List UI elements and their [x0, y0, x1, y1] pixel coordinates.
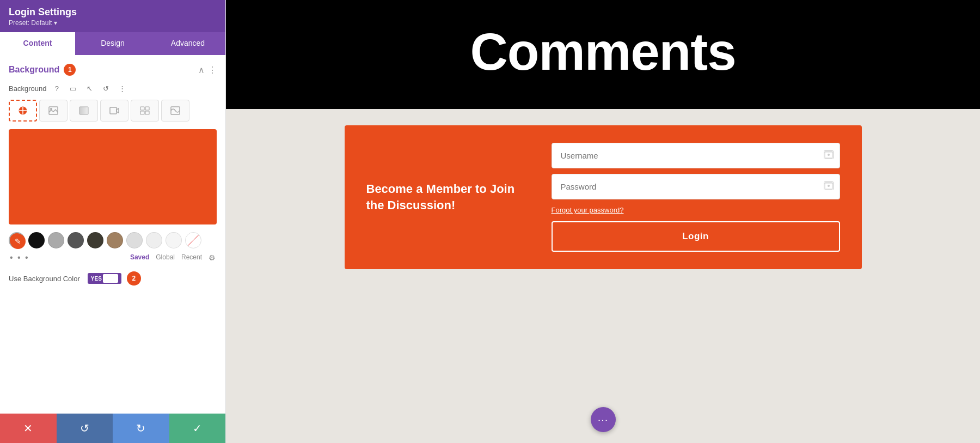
section-title-row: Background 1	[9, 64, 76, 76]
comments-hero: Comments	[226, 0, 980, 109]
cursor-icon[interactable]: ↖	[83, 82, 95, 94]
preset-chevron[interactable]: ▾	[54, 19, 57, 27]
redo-button[interactable]: ↻	[113, 414, 169, 443]
help-icon[interactable]: ?	[51, 82, 63, 94]
bg-type-video[interactable]	[100, 100, 128, 122]
more-icon[interactable]: ⋮	[116, 82, 128, 94]
eyedropper-icon: ✎	[10, 233, 26, 250]
section-badge: 1	[64, 64, 76, 76]
tab-advanced[interactable]: Advanced	[150, 32, 225, 55]
login-card: Become a Member to Join the Discussion! …	[345, 125, 862, 269]
swatches-tabs: Saved Global Recent ⚙	[130, 253, 216, 262]
bg-type-color[interactable]	[9, 100, 37, 122]
svg-rect-4	[110, 107, 117, 114]
use-bg-label: Use Background Color	[9, 275, 80, 283]
panel-footer: ✕ ↺ ↻ ✓	[0, 414, 225, 443]
username-row	[552, 143, 840, 168]
swatches-tab-global[interactable]: Global	[156, 253, 175, 262]
fab-button[interactable]: ···	[591, 407, 616, 432]
sub-label: Background	[9, 84, 46, 93]
left-panel: Login Settings Preset: Default ▾ Content…	[0, 0, 226, 443]
username-icon	[824, 150, 834, 161]
reset-icon[interactable]: ↺	[100, 82, 112, 94]
preset-label[interactable]: Preset: Default	[9, 19, 52, 27]
swatches-settings-icon[interactable]: ⚙	[209, 253, 216, 262]
swatch-white[interactable]	[166, 232, 182, 248]
sub-section-row: Background ? ▭ ↖ ↺ ⋮	[9, 82, 217, 94]
use-bg-badge: 2	[127, 271, 141, 286]
toggle-yes-text: YES	[91, 276, 102, 282]
swatch-gray-dark[interactable]	[68, 232, 84, 248]
bg-type-image[interactable]	[39, 100, 68, 122]
password-icon	[824, 181, 834, 192]
login-form: Forgot your password? Login	[552, 143, 840, 252]
swatch-active[interactable]: ✎	[9, 232, 25, 248]
save-button[interactable]: ✓	[169, 414, 226, 443]
cancel-button[interactable]: ✕	[0, 414, 57, 443]
color-preview[interactable]	[9, 129, 217, 224]
forgot-password-link[interactable]: Forgot your password?	[552, 206, 624, 214]
image-icon	[48, 106, 58, 115]
swatches-tab-recent[interactable]: Recent	[181, 253, 202, 262]
svg-rect-6	[145, 107, 149, 110]
right-panel: Comments Become a Member to Join the Dis…	[226, 0, 980, 443]
bg-type-mask[interactable]	[161, 100, 189, 122]
more-options-icon[interactable]: ⋮	[208, 65, 217, 75]
username-input[interactable]	[552, 143, 840, 168]
swatches-tab-saved[interactable]: Saved	[130, 253, 149, 262]
color-swatches-row: ✎	[9, 232, 217, 248]
password-row	[552, 174, 840, 199]
bg-type-pattern[interactable]	[131, 100, 159, 122]
section-title: Background	[9, 65, 59, 75]
comments-title: Comments	[470, 22, 736, 82]
password-input[interactable]	[552, 174, 840, 199]
swatch-dark-brown[interactable]	[87, 232, 103, 248]
panel-tabs: Content Design Advanced	[0, 32, 225, 55]
color-fill-icon	[18, 106, 28, 116]
bg-type-gradient[interactable]	[70, 100, 98, 122]
login-button[interactable]: Login	[552, 221, 840, 252]
toggle-box	[103, 274, 118, 283]
gradient-icon	[79, 106, 89, 115]
video-icon	[109, 106, 119, 115]
bg-type-row	[9, 100, 217, 122]
desktop-icon[interactable]: ▭	[67, 82, 79, 94]
collapse-icon[interactable]: ∧	[198, 65, 205, 75]
use-bg-color-row: Use Background Color YES 2	[9, 271, 217, 286]
pattern-icon	[140, 106, 150, 115]
section-actions: ∧ ⋮	[198, 65, 217, 75]
swatch-tan[interactable]	[107, 232, 123, 248]
swatches-meta: • • • Saved Global Recent ⚙	[9, 253, 217, 263]
login-tagline: Become a Member to Join the Discussion!	[366, 181, 519, 213]
use-bg-toggle[interactable]: YES	[88, 273, 121, 284]
swatch-gray-light[interactable]	[48, 232, 64, 248]
svg-rect-5	[140, 107, 144, 110]
tab-design[interactable]: Design	[75, 32, 150, 55]
forgot-password-row: Forgot your password?	[552, 205, 840, 215]
svg-text:✎: ✎	[15, 237, 21, 246]
svg-point-14	[828, 154, 830, 156]
swatch-black[interactable]	[28, 232, 45, 248]
login-section: Become a Member to Join the Discussion! …	[226, 109, 980, 443]
swatch-light1[interactable]	[126, 232, 143, 248]
svg-point-17	[828, 185, 830, 187]
mask-icon	[170, 106, 180, 115]
panel-preset: Preset: Default ▾	[9, 19, 217, 27]
svg-rect-8	[145, 111, 149, 114]
panel-title: Login Settings	[9, 7, 217, 18]
undo-button[interactable]: ↺	[57, 414, 113, 443]
svg-rect-3	[79, 107, 88, 114]
swatch-erase[interactable]	[185, 232, 201, 248]
tab-content[interactable]: Content	[0, 32, 75, 55]
panel-header: Login Settings Preset: Default ▾	[0, 0, 225, 32]
section-header: Background 1 ∧ ⋮	[9, 64, 217, 76]
swatch-light2[interactable]	[146, 232, 162, 248]
svg-rect-7	[140, 111, 144, 114]
panel-body: Background 1 ∧ ⋮ Background ? ▭ ↖ ↺ ⋮	[0, 55, 225, 414]
more-swatches-btn[interactable]: • • •	[10, 253, 29, 263]
